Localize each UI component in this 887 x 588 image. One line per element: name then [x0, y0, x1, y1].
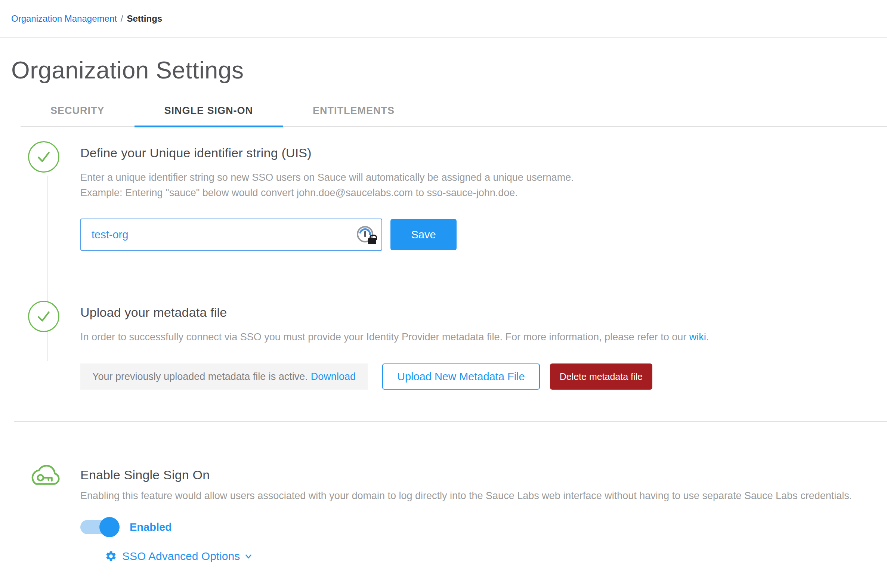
breadcrumb: Organization Management / Settings — [11, 14, 162, 24]
sso-advanced-options[interactable]: SSO Advanced Options — [105, 550, 253, 562]
uis-input-wrap — [80, 219, 382, 250]
tab-single-sign-on[interactable]: SINGLE SIGN-ON — [135, 99, 283, 126]
step-upload-metadata: Upload your metadata file In order to su… — [0, 305, 887, 421]
checkmark-glyph — [32, 145, 56, 169]
sso-toggle-row: Enabled — [80, 517, 887, 537]
uis-description: Enter a unique identifier string so new … — [80, 170, 887, 201]
uis-description-line2: Example: Entering "sauce" below would co… — [80, 185, 887, 201]
metadata-status-box: Your previously uploaded metadata file i… — [80, 363, 368, 390]
tab-bar: SECURITY SINGLE SIGN-ON ENTITLEMENTS — [21, 99, 887, 127]
lock-center-bar — [364, 231, 366, 237]
section-divider — [14, 421, 887, 422]
chevron-down-icon — [244, 551, 253, 561]
page-title: Organization Settings — [11, 56, 887, 84]
check-circle-icon — [28, 141, 59, 172]
save-button[interactable]: Save — [390, 219, 456, 250]
checkmark-glyph — [32, 304, 56, 328]
sso-toggle-knob[interactable] — [99, 517, 120, 537]
upload-new-metadata-button[interactable]: Upload New Metadata File — [382, 363, 540, 390]
metadata-description-period: . — [706, 332, 709, 343]
uis-input-row: Save — [80, 219, 887, 250]
metadata-description: In order to successfully connect via SSO… — [80, 330, 887, 345]
uis-description-line1: Enter a unique identifier string so new … — [80, 170, 887, 185]
check-circle-icon — [28, 301, 59, 332]
breadcrumb-separator: / — [121, 14, 123, 24]
metadata-heading: Upload your metadata file — [80, 305, 887, 320]
breadcrumb-current-settings: Settings — [127, 14, 162, 24]
metadata-actions-row: Your previously uploaded metadata file i… — [80, 363, 887, 390]
sso-toggle[interactable] — [80, 520, 115, 534]
breadcrumb-link-organization-management[interactable]: Organization Management — [11, 14, 117, 24]
uis-input[interactable] — [80, 219, 382, 250]
step-unique-identifier: Define your Unique identifier string (UI… — [0, 146, 887, 305]
gear-icon — [105, 550, 117, 562]
enable-sso-description: Enabling this feature would allow users … — [80, 488, 887, 504]
padlock-badge — [368, 238, 376, 244]
cloud-key-icon — [27, 459, 62, 490]
tab-entitlements[interactable]: ENTITLEMENTS — [283, 99, 425, 126]
sso-toggle-state-label: Enabled — [130, 521, 172, 534]
enable-sso-section: Enable Single Sign On Enabling this feat… — [0, 468, 887, 564]
sso-setup-steps: Define your Unique identifier string (UI… — [0, 146, 887, 421]
sso-advanced-options-label: SSO Advanced Options — [122, 550, 240, 562]
uis-heading: Define your Unique identifier string (UI… — [80, 146, 887, 160]
metadata-status-text: Your previously uploaded metadata file i… — [92, 371, 308, 382]
delete-metadata-button[interactable]: Delete metadata file — [550, 363, 652, 390]
download-link[interactable]: Download — [311, 371, 356, 382]
enable-sso-heading: Enable Single Sign On — [80, 468, 887, 482]
password-manager-lock-icon[interactable] — [357, 225, 377, 245]
metadata-description-text: In order to successfully connect via SSO… — [80, 332, 689, 343]
wiki-link[interactable]: wiki — [689, 332, 706, 343]
topbar: Organization Management / Settings — [0, 0, 887, 38]
tab-security[interactable]: SECURITY — [21, 99, 135, 126]
organization-settings-page: Organization Management / Settings Organ… — [0, 0, 887, 588]
